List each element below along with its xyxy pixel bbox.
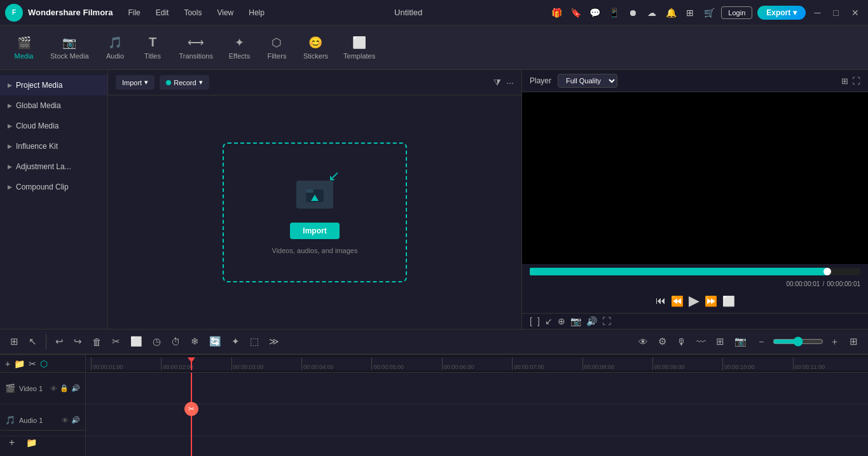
ruler-mark-6: 00:00:06:00 <box>442 357 512 370</box>
cart-icon[interactable]: 🛒 <box>702 6 716 20</box>
toolbar-stock-media[interactable]: 📷 Stock Media <box>44 32 95 64</box>
filter-tool-btn[interactable]: ⧩ <box>493 77 501 88</box>
fullscreen-btn[interactable]: ⛶ <box>852 76 860 86</box>
settings-btn[interactable]: ⚙ <box>654 333 670 350</box>
menu-view[interactable]: View <box>214 7 236 18</box>
sidebar-item-adjustment-layer[interactable]: ▶ Adjustment La... <box>0 156 107 177</box>
audio-track-eye-btn[interactable]: 👁 <box>62 416 69 424</box>
playhead-ruler[interactable] <box>191 357 192 370</box>
timeline-add-track-btn[interactable]: + <box>5 359 10 369</box>
toolbar-media[interactable]: 🎬 Media <box>6 32 41 64</box>
snapshot-btn[interactable]: 📷 <box>570 316 581 326</box>
login-button[interactable]: Login <box>721 6 752 19</box>
caption-icon[interactable]: 💬 <box>588 6 602 20</box>
color-btn[interactable]: ◷ <box>149 333 165 350</box>
select-btn[interactable]: ↖ <box>25 333 41 350</box>
next-frame-btn[interactable]: ⏩ <box>705 295 717 307</box>
sidebar-item-compound-clip[interactable]: ▶ Compound Clip <box>0 177 107 197</box>
audio-wave-btn[interactable]: 〰 <box>692 334 710 350</box>
menu-edit[interactable]: Edit <box>153 7 172 18</box>
cut-btn[interactable]: ✂ <box>108 333 124 350</box>
import-button[interactable]: Import ▾ <box>116 75 155 90</box>
gift-icon[interactable]: 🎁 <box>549 6 563 20</box>
audio-icon: 🎵 <box>108 36 122 50</box>
zoom-slider[interactable] <box>773 336 823 347</box>
video-track-audio-btn[interactable]: 🔊 <box>71 384 80 392</box>
audio-track-mute-btn[interactable]: 🔊 <box>71 416 80 424</box>
timeline-folder-btn[interactable]: 📁 <box>14 359 25 369</box>
player-timeline[interactable] <box>530 268 860 275</box>
ai-btn[interactable]: ✦ <box>228 333 244 350</box>
mark-in-btn[interactable]: [ <box>530 316 532 326</box>
undo-btn[interactable]: ↩ <box>52 333 67 350</box>
capture-btn[interactable]: 📷 <box>731 333 750 350</box>
menu-help[interactable]: Help <box>246 7 267 18</box>
sidebar-item-cloud-media[interactable]: ▶ Cloud Media <box>0 116 107 136</box>
video-track-lock-btn[interactable]: 🔒 <box>60 384 69 392</box>
menu-tools[interactable]: Tools <box>181 7 204 18</box>
grid2-btn[interactable]: ⊞ <box>846 333 862 350</box>
more-tool-btn[interactable]: ··· <box>506 77 514 88</box>
toolbar-filters[interactable]: ⬡ Filters <box>259 32 294 64</box>
expand-btn[interactable]: ⛶ <box>602 316 611 326</box>
video-track-eye-btn[interactable]: 👁 <box>50 384 57 392</box>
insert-btn[interactable]: ↙ <box>545 316 553 326</box>
bookmark-icon[interactable]: 🔖 <box>568 6 582 20</box>
export-button[interactable]: Export ▾ <box>757 6 805 20</box>
delete-btn[interactable]: 🗑 <box>88 334 106 350</box>
crop-btn[interactable]: ⬜ <box>127 333 146 350</box>
drop-icon: ↙ <box>293 170 337 215</box>
cloud-icon[interactable]: ☁ <box>645 6 659 20</box>
sidebar-item-global-media[interactable]: ▶ Global Media <box>0 95 107 116</box>
timeline-cut-btn[interactable]: ✂ <box>29 359 36 369</box>
prev-frame-btn[interactable]: ⏪ <box>671 295 684 307</box>
zoom-in-btn[interactable]: ＋ <box>826 333 843 350</box>
timeline-clip-btn[interactable]: ⬡ <box>40 359 48 369</box>
sidebar-label-cloud-media: Cloud Media <box>16 121 59 130</box>
snap-btn[interactable]: ⊞ <box>6 333 22 350</box>
record-button[interactable]: Record ▾ <box>160 75 209 90</box>
sidebar-arrow-cloud: ▶ <box>8 123 12 129</box>
append-btn[interactable]: ⊕ <box>558 316 565 326</box>
go-start-btn[interactable]: ⏮ <box>656 295 666 307</box>
eye-btn[interactable]: 👁 <box>635 334 652 350</box>
sidebar-folder-btn[interactable]: 📁 <box>22 435 41 450</box>
toolbar-templates[interactable]: ⬜ Templates <box>337 32 382 64</box>
progress-thumb[interactable] <box>823 268 831 275</box>
sidebar-item-influence-kit[interactable]: ▶ Influence Kit <box>0 136 107 156</box>
volume-btn[interactable]: 🔊 <box>586 316 597 326</box>
sidebar-item-project-media[interactable]: ▶ Project Media <box>0 75 107 95</box>
notification-icon[interactable]: 🔔 <box>664 6 678 20</box>
toolbar-titles[interactable]: T Titles <box>135 31 170 64</box>
toolbar-audio[interactable]: 🎵 Audio <box>98 32 133 64</box>
close-button[interactable]: ✕ <box>848 8 863 18</box>
phone-icon[interactable]: 📱 <box>607 6 621 20</box>
more-btn[interactable]: ≫ <box>265 333 283 350</box>
play-btn[interactable]: ▶ <box>689 293 699 309</box>
quality-select[interactable]: Full Quality <box>558 74 617 88</box>
grid-view-btn[interactable]: ⊞ <box>841 76 848 86</box>
detach-btn[interactable]: 🔄 <box>205 333 225 350</box>
playhead-scissors[interactable]: ✂ <box>184 402 198 416</box>
drop-zone[interactable]: ↙ Import Videos, audios, and images <box>223 142 407 282</box>
mic-btn[interactable]: 🎙 <box>673 334 690 350</box>
layout-btn[interactable]: ⊞ <box>712 333 728 350</box>
redo-btn[interactable]: ↪ <box>70 333 86 350</box>
maximize-button[interactable]: □ <box>830 8 843 18</box>
menu-file[interactable]: File <box>125 7 142 18</box>
sidebar-add-btn[interactable]: + <box>5 434 18 451</box>
zoom-out-btn[interactable]: － <box>753 333 770 350</box>
subtitle-btn[interactable]: ⬚ <box>246 333 263 350</box>
mark-out-btn[interactable]: ] <box>537 316 540 326</box>
toolbar-effects[interactable]: ✦ Effects <box>222 32 257 64</box>
minimize-button[interactable]: ─ <box>811 8 825 18</box>
toolbar-stickers[interactable]: 😊 Stickers <box>297 32 334 64</box>
record-icon[interactable]: ⏺ <box>626 6 640 20</box>
toolbar-transitions[interactable]: ⟷ Transitions <box>173 32 219 64</box>
full-btn[interactable]: ⬜ <box>722 295 735 307</box>
import-drop-button[interactable]: Import <box>290 223 339 239</box>
player-view-buttons: ⊞ ⛶ <box>841 76 860 86</box>
freeze-btn[interactable]: ❄ <box>187 333 203 350</box>
grid-icon[interactable]: ⊞ <box>683 6 697 20</box>
speed-btn[interactable]: ⏱ <box>167 334 184 350</box>
